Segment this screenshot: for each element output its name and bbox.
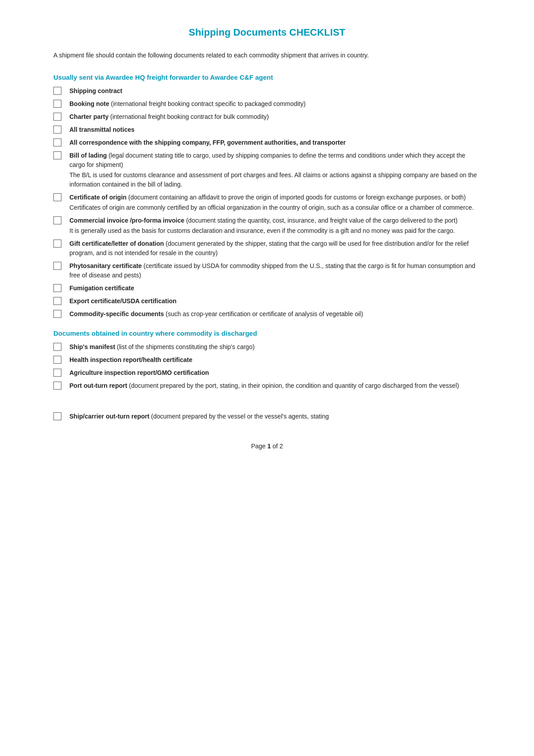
section3: Ship/carrier out-turn report (document p… xyxy=(53,412,481,421)
checkbox-item-5[interactable] xyxy=(53,138,61,146)
list-item: Health inspection report/health certific… xyxy=(53,355,481,365)
item-label: Booking note xyxy=(69,100,109,107)
list-item: Gift certificate/letter of donation (doc… xyxy=(53,239,481,258)
checkbox-item-11[interactable] xyxy=(53,284,61,292)
checkbox-item-13[interactable] xyxy=(53,310,61,318)
checkbox-s2-item-3[interactable] xyxy=(53,369,61,377)
section2-heading: Documents obtained in country where comm… xyxy=(53,329,481,337)
list-item: Bill of lading (legal document stating t… xyxy=(53,151,481,189)
checkbox-wrapper xyxy=(53,125,69,134)
list-item: Certificate of origin (document containi… xyxy=(53,193,481,212)
item-sub-description: The B/L is used for customs clearance an… xyxy=(69,171,481,189)
checkbox-wrapper xyxy=(53,309,69,318)
item-label: Agriculture inspection report/GMO certif… xyxy=(69,369,209,376)
list-item: Phytosanitary certificate (certificate i… xyxy=(53,261,481,280)
list-item: Charter party (international freight boo… xyxy=(53,112,481,122)
item-label: Shipping contract xyxy=(69,87,122,94)
checkbox-item-12[interactable] xyxy=(53,297,61,305)
page-title: Shipping Documents CHECKLIST xyxy=(53,27,481,38)
checkbox-wrapper xyxy=(53,151,69,159)
intro-paragraph: A shipment file should contain the follo… xyxy=(53,51,481,60)
item-sub-description: Certificates of origin are commonly cert… xyxy=(69,203,481,212)
list-item: Ship's manifest (list of the shipments c… xyxy=(53,342,481,352)
item-content: Booking note (international freight book… xyxy=(69,99,481,109)
checkbox-s2-item-1[interactable] xyxy=(53,343,61,351)
checkbox-s2-item-4[interactable] xyxy=(53,382,61,390)
list-item: Commercial invoice /pro-forma invoice (d… xyxy=(53,216,481,236)
checkbox-wrapper xyxy=(53,261,69,270)
item-content: Ship's manifest (list of the shipments c… xyxy=(69,342,481,352)
checkbox-wrapper xyxy=(53,99,69,108)
checkbox-wrapper xyxy=(53,112,69,121)
item-label: Ship/carrier out-turn report xyxy=(69,413,150,420)
checkbox-s2-item-2[interactable] xyxy=(53,356,61,364)
item-description: (legal document stating title to cargo, … xyxy=(69,152,465,168)
checkbox-item-1[interactable] xyxy=(53,87,61,95)
item-content: Certificate of origin (document containi… xyxy=(69,193,481,212)
list-item: All correspondence with the shipping com… xyxy=(53,138,481,147)
list-item: Export certificate/USDA certification xyxy=(53,297,481,306)
item-label: Certificate of origin xyxy=(69,194,126,201)
footer-text: Page 1 of 2 xyxy=(251,443,283,450)
list-item: Shipping contract xyxy=(53,86,481,96)
page-footer: Page 1 of 2 xyxy=(53,443,481,450)
checkbox-wrapper xyxy=(53,239,69,248)
item-content: Commercial invoice /pro-forma invoice (d… xyxy=(69,216,481,236)
checkbox-s3-item-1[interactable] xyxy=(53,412,61,420)
item-label: Port out-turn report xyxy=(69,382,127,389)
item-content: Agriculture inspection report/GMO certif… xyxy=(69,368,481,378)
item-content: Fumigation certificate xyxy=(69,284,481,293)
item-content: Charter party (international freight boo… xyxy=(69,112,481,122)
item-label: Charter party xyxy=(69,113,109,120)
checkbox-wrapper xyxy=(53,86,69,95)
item-label: All transmittal notices xyxy=(69,126,134,133)
checkbox-item-8[interactable] xyxy=(53,216,61,224)
item-label: Ship's manifest xyxy=(69,343,115,350)
checkbox-item-10[interactable] xyxy=(53,262,61,270)
checkbox-wrapper xyxy=(53,216,69,224)
item-content: Port out-turn report (document prepared … xyxy=(69,381,481,390)
list-item: Commodity-specific documents (such as cr… xyxy=(53,309,481,319)
checkbox-item-3[interactable] xyxy=(53,113,61,121)
item-description: (document prepared by the vessel or the … xyxy=(150,413,329,420)
item-description: (document stating the quantity, cost, in… xyxy=(184,217,457,224)
list-item: Fumigation certificate xyxy=(53,284,481,293)
section3-checklist: Ship/carrier out-turn report (document p… xyxy=(53,412,481,421)
item-content: Gift certificate/letter of donation (doc… xyxy=(69,239,481,258)
section1-checklist: Shipping contract Booking note (internat… xyxy=(53,86,481,319)
section1-heading: Usually sent via Awardee HQ freight forw… xyxy=(53,73,481,81)
checkbox-item-4[interactable] xyxy=(53,126,61,134)
item-label: Fumigation certificate xyxy=(69,285,134,292)
item-label: Commercial invoice /pro-forma invoice xyxy=(69,217,184,224)
checkbox-wrapper xyxy=(53,138,69,146)
item-description: (document prepared by the port, stating,… xyxy=(127,382,459,389)
section1: Usually sent via Awardee HQ freight forw… xyxy=(53,73,481,319)
checkbox-item-2[interactable] xyxy=(53,100,61,108)
item-label: Phytosanitary certificate xyxy=(69,262,142,269)
checkbox-item-6[interactable] xyxy=(53,151,61,159)
item-label: Health inspection report/health certific… xyxy=(69,356,192,363)
item-content: Commodity-specific documents (such as cr… xyxy=(69,309,481,319)
item-description: (list of the shipments constituting the … xyxy=(115,343,255,350)
checkbox-wrapper xyxy=(53,193,69,201)
item-label: All correspondence with the shipping com… xyxy=(69,139,346,146)
checkbox-item-7[interactable] xyxy=(53,193,61,201)
checkbox-wrapper xyxy=(53,297,69,305)
item-description: (international freight booking contract … xyxy=(109,100,305,107)
checkbox-wrapper xyxy=(53,412,69,420)
item-label: Gift certificate/letter of donation xyxy=(69,240,164,247)
item-content: All transmittal notices xyxy=(69,125,481,134)
item-label: Bill of lading xyxy=(69,152,107,159)
section2-checklist: Ship's manifest (list of the shipments c… xyxy=(53,342,481,390)
checkbox-wrapper xyxy=(53,381,69,390)
item-sub-description: It is generally used as the basis for cu… xyxy=(69,226,481,236)
checkbox-wrapper xyxy=(53,355,69,364)
item-content: Ship/carrier out-turn report (document p… xyxy=(69,412,481,421)
item-content: All correspondence with the shipping com… xyxy=(69,138,481,147)
list-item: Ship/carrier out-turn report (document p… xyxy=(53,412,481,421)
section2: Documents obtained in country where comm… xyxy=(53,329,481,390)
item-content: Shipping contract xyxy=(69,86,481,96)
list-item: Agriculture inspection report/GMO certif… xyxy=(53,368,481,378)
checkbox-item-9[interactable] xyxy=(53,240,61,248)
item-description: (document containing an affidavit to pro… xyxy=(126,194,465,201)
